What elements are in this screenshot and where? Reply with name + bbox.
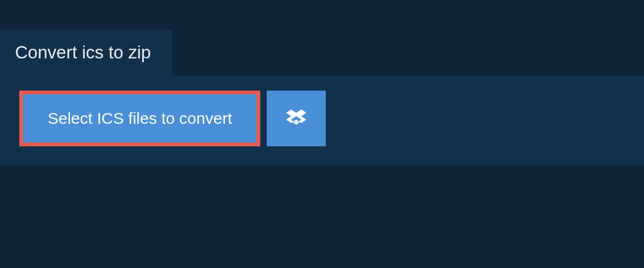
tab-convert[interactable]: Convert ics to zip bbox=[0, 29, 172, 76]
select-files-button[interactable]: Select ICS files to convert bbox=[19, 91, 260, 146]
dropbox-icon bbox=[286, 108, 306, 130]
tab-label: Convert ics to zip bbox=[15, 42, 151, 62]
dropbox-button[interactable] bbox=[267, 91, 326, 146]
select-files-label: Select ICS files to convert bbox=[48, 109, 232, 128]
button-row: Select ICS files to convert bbox=[19, 91, 625, 146]
convert-panel: Select ICS files to convert bbox=[0, 76, 644, 166]
